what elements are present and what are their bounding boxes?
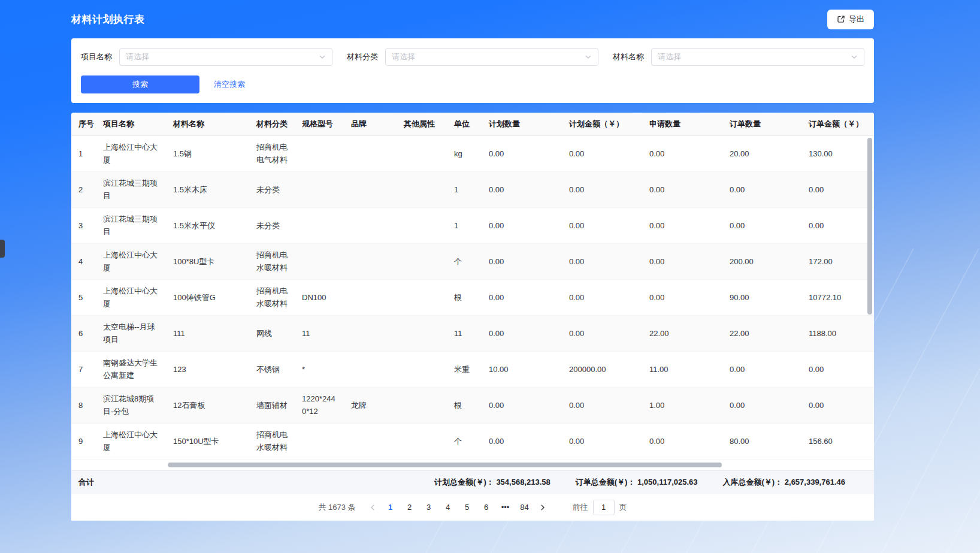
goto-unit: 页 [619, 502, 627, 513]
column-header: 材料分类 [249, 113, 295, 135]
table-cell: 0.00 [642, 207, 722, 243]
summary-row: 合计 计划总金额(￥)： 354,568,213.58订单总金额(￥)： 1,0… [71, 470, 874, 494]
screen: 材料计划执行表 导出 项目名称 请选择 [0, 0, 980, 553]
filter-select[interactable]: 请选择 [385, 48, 598, 66]
column-header: 序号 [71, 113, 96, 135]
filter-label: 材料分类 [347, 52, 378, 62]
pagination-bar: 共 1673 条 123456•••84 前往 页 [71, 494, 874, 521]
header-bar: 材料计划执行表 导出 [71, 0, 874, 38]
table-cell: 10.00 [482, 351, 562, 387]
table-cell: 1.00 [642, 387, 722, 423]
export-button[interactable]: 导出 [827, 10, 874, 29]
table-cell: 0.00 [562, 171, 642, 207]
material-plan-table: 序号项目名称材料名称材料分类规格型号品牌其他属性单位计划数量计划金额（￥）申请数… [71, 113, 874, 460]
filter-field: 项目名称 请选择 [81, 48, 332, 66]
goto-page-input[interactable] [593, 500, 615, 515]
table-row[interactable]: 4上海松江中心大厦100*8U型卡招商机电水暖材料个0.000.000.0020… [71, 243, 874, 279]
table-cell: 0.00 [722, 207, 801, 243]
table-cell: 南钢盛达大学生公寓新建 [96, 351, 166, 387]
filter-card: 项目名称 请选择 材料分类 请选择 材料名称 请选择 搜索 清空搜索 [71, 38, 874, 103]
column-header: 单位 [447, 113, 482, 135]
chevron-down-icon [585, 53, 592, 61]
summary-items: 计划总金额(￥)： 354,568,213.58订单总金额(￥)： 1,050,… [434, 477, 874, 488]
table-cell: 0.00 [562, 279, 642, 315]
table-cell [344, 315, 397, 351]
table-card: 序号项目名称材料名称材料分类规格型号品牌其他属性单位计划数量计划金额（￥）申请数… [71, 113, 874, 521]
filter-field: 材料分类 请选择 [347, 48, 598, 66]
table-cell: 个 [447, 243, 482, 279]
table-cell: 0.00 [482, 171, 562, 207]
table-cell: 0.00 [482, 423, 562, 459]
drawer-handle[interactable] [0, 240, 5, 258]
clear-search-link[interactable]: 清空搜索 [214, 79, 245, 90]
content-area: 材料计划执行表 导出 项目名称 请选择 [71, 0, 874, 521]
table-cell [397, 279, 447, 315]
table-cell: 1220*2440*12 [295, 387, 344, 423]
table-row[interactable]: 5上海松江中心大厦100铸铁管G招商机电水暖材料DN100根0.000.000.… [71, 279, 874, 315]
table-cell: 130.00 [801, 135, 874, 171]
table-cell: 11 [295, 315, 344, 351]
table-cell: 0.00 [801, 171, 874, 207]
table-cell: 0.00 [482, 387, 562, 423]
column-header: 申请数量 [642, 113, 722, 135]
table-cell: 0.00 [482, 315, 562, 351]
table-cell: 100铸铁管G [166, 279, 249, 315]
table-cell: 10772.10 [801, 279, 874, 315]
table-cell [344, 243, 397, 279]
table-cell: 156.60 [801, 423, 874, 459]
pagination-page[interactable]: 4 [438, 499, 458, 516]
table-row[interactable]: 8滨江花城8期项目-分包12石膏板墙面辅材1220*2440*12龙牌根0.00… [71, 387, 874, 423]
table-cell: 3 [71, 207, 96, 243]
table-cell: 0.00 [642, 171, 722, 207]
table-cell: 不锈钢 [249, 351, 295, 387]
table-cell [295, 423, 344, 459]
next-page-icon[interactable] [534, 499, 551, 516]
table-cell [295, 243, 344, 279]
chevron-down-icon [851, 53, 858, 61]
table-row[interactable]: 9上海松江中心大厦150*10U型卡招商机电水暖材料个0.000.000.008… [71, 423, 874, 459]
table-cell: 200.00 [722, 243, 801, 279]
table-cell: 0.00 [642, 279, 722, 315]
table-cell: 2 [71, 171, 96, 207]
table-cell: 上海松江中心大厦 [96, 243, 166, 279]
table-cell: 龙牌 [344, 387, 397, 423]
table-cell: 0.00 [482, 207, 562, 243]
table-cell: DN100 [295, 279, 344, 315]
filter-select[interactable]: 请选择 [651, 48, 864, 66]
pagination-page[interactable]: 6 [477, 499, 496, 516]
table-row[interactable]: 1上海松江中心大厦1.5钢招商机电电气材料kg0.000.000.0020.00… [71, 135, 874, 171]
chevron-down-icon [319, 53, 326, 61]
search-button[interactable]: 搜索 [81, 75, 199, 93]
pagination-page[interactable]: 3 [419, 499, 438, 516]
table-cell: 100*8U型卡 [166, 243, 249, 279]
export-label: 导出 [849, 14, 864, 25]
column-header: 计划数量 [482, 113, 562, 135]
table-cell: 0.00 [482, 135, 562, 171]
vertical-scrollbar-thumb[interactable] [867, 138, 872, 315]
table-row[interactable]: 6太空电梯--月球项目111网线11110.000.0022.0022.0011… [71, 315, 874, 351]
table-cell: 20.00 [722, 135, 801, 171]
horizontal-scrollbar-thumb[interactable] [168, 463, 722, 467]
table-cell [344, 135, 397, 171]
table-cell: 0.00 [642, 135, 722, 171]
pagination-page[interactable]: 1 [381, 499, 400, 516]
table-cell: 滨江花城三期项目 [96, 207, 166, 243]
filter-select[interactable]: 请选择 [119, 48, 332, 66]
pagination-ellipsis[interactable]: ••• [496, 499, 515, 516]
table-cell: 1 [447, 207, 482, 243]
table-cell: 90.00 [722, 279, 801, 315]
table-cell: 网线 [249, 315, 295, 351]
table-row[interactable]: 2滨江花城三期项目1.5米木床未分类10.000.000.000.000.00 [71, 171, 874, 207]
table-cell [397, 135, 447, 171]
table-cell: 1.5米水平仪 [166, 207, 249, 243]
table-row[interactable]: 3滨江花城三期项目1.5米水平仪未分类10.000.000.000.000.00 [71, 207, 874, 243]
pagination-page[interactable]: 84 [515, 499, 534, 516]
table-cell: 上海松江中心大厦 [96, 423, 166, 459]
prev-page-icon[interactable] [364, 499, 381, 516]
table-row[interactable]: 7南钢盛达大学生公寓新建123不锈钢*米重10.00200000.0011.00… [71, 351, 874, 387]
pagination-page[interactable]: 2 [400, 499, 419, 516]
filter-label: 项目名称 [81, 52, 112, 62]
column-header: 品牌 [344, 113, 397, 135]
table-cell: 上海松江中心大厦 [96, 279, 166, 315]
pagination-page[interactable]: 5 [458, 499, 477, 516]
